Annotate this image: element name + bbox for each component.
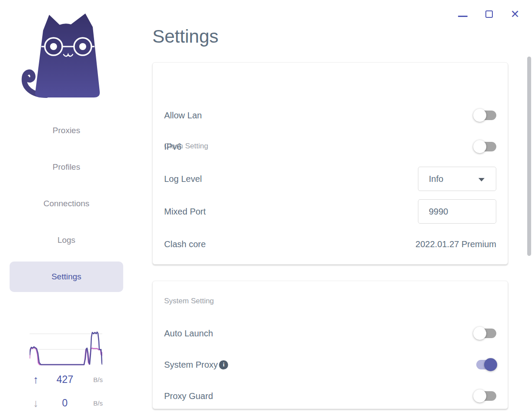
window-controls: ✕ — [456, 6, 522, 22]
scrollbar-thumb[interactable] — [527, 57, 531, 256]
ipv6-toggle[interactable] — [476, 142, 496, 151]
close-icon: ✕ — [511, 9, 520, 20]
maximize-icon — [485, 10, 493, 18]
close-button[interactable]: ✕ — [508, 7, 522, 21]
system-proxy-label: System Proxy i — [164, 360, 228, 370]
proxy-guard-label: Proxy Guard — [164, 391, 213, 401]
sidebar-item-logs[interactable]: Logs — [10, 225, 123, 255]
mixed-port-input[interactable] — [418, 199, 496, 224]
clash-setting-card: Clash Setting Allow Lan IPv6 Log Level I… — [152, 62, 508, 265]
upload-stat: ↑ 427 B/s — [27, 373, 103, 386]
log-level-label: Log Level — [164, 174, 202, 184]
sidebar-item-connections[interactable]: Connections — [10, 188, 123, 219]
download-value: 0 — [44, 397, 85, 409]
system-proxy-label-text: System Proxy — [164, 360, 218, 370]
maximize-button[interactable] — [482, 7, 495, 21]
minimize-icon — [458, 16, 468, 17]
toggle-knob — [473, 389, 486, 403]
setting-row-clash-core: Clash core 2022.01.27 Premium — [164, 232, 496, 256]
toggle-knob — [473, 109, 486, 122]
chevron-down-icon — [478, 178, 485, 181]
setting-row-auto-launch: Auto Launch — [164, 321, 496, 346]
download-unit: B/s — [85, 399, 103, 407]
toggle-knob — [484, 358, 497, 371]
mixed-port-label: Mixed Port — [164, 207, 206, 217]
section-label: System Setting — [164, 297, 214, 305]
sidebar: Proxies Profiles Connections Logs Settin… — [0, 0, 133, 416]
upload-unit: B/s — [85, 376, 103, 383]
minimize-button[interactable] — [456, 7, 469, 21]
proxy-guard-toggle[interactable] — [476, 391, 496, 401]
info-icon[interactable]: i — [219, 360, 228, 369]
sidebar-item-profiles[interactable]: Profiles — [10, 152, 123, 182]
auto-launch-toggle[interactable] — [476, 329, 496, 338]
upload-value: 427 — [44, 374, 85, 386]
clash-core-label: Clash core — [164, 239, 206, 249]
page-title: Settings — [152, 26, 219, 47]
download-arrow-icon: ↓ — [27, 397, 44, 409]
sidebar-item-proxies[interactable]: Proxies — [10, 115, 123, 146]
setting-row-ipv6: IPv6 — [164, 134, 496, 159]
log-level-selected-value: Info — [429, 174, 443, 184]
setting-row-proxy-guard: Proxy Guard — [164, 384, 496, 408]
clash-cat-logo-icon — [20, 11, 104, 98]
setting-row-allow-lan: Allow Lan — [164, 103, 496, 127]
traffic-graph — [30, 328, 102, 366]
log-level-select[interactable]: Info — [418, 167, 496, 191]
ipv6-label: IPv6 — [164, 142, 182, 152]
traffic-download-line — [30, 348, 102, 365]
allow-lan-toggle[interactable] — [476, 111, 496, 120]
allow-lan-label: Allow Lan — [164, 111, 202, 121]
setting-row-mixed-port: Mixed Port — [164, 199, 496, 224]
download-stat: ↓ 0 B/s — [27, 397, 103, 409]
system-proxy-toggle[interactable] — [476, 360, 496, 369]
sidebar-item-settings[interactable]: Settings — [10, 262, 123, 292]
sidebar-nav: Proxies Profiles Connections Logs Settin… — [10, 115, 123, 298]
upload-arrow-icon: ↑ — [27, 373, 44, 386]
system-setting-card: System Setting Auto Launch System Proxy … — [152, 281, 508, 409]
setting-row-log-level: Log Level Info — [164, 167, 496, 191]
clash-settings-window: ✕ Proxies Profiles Connections Log — [0, 0, 532, 416]
clash-core-version: 2022.01.27 Premium — [415, 239, 496, 249]
auto-launch-label: Auto Launch — [164, 329, 213, 339]
toggle-knob — [473, 327, 486, 340]
setting-row-system-proxy: System Proxy i — [164, 352, 496, 377]
toggle-knob — [473, 140, 486, 153]
